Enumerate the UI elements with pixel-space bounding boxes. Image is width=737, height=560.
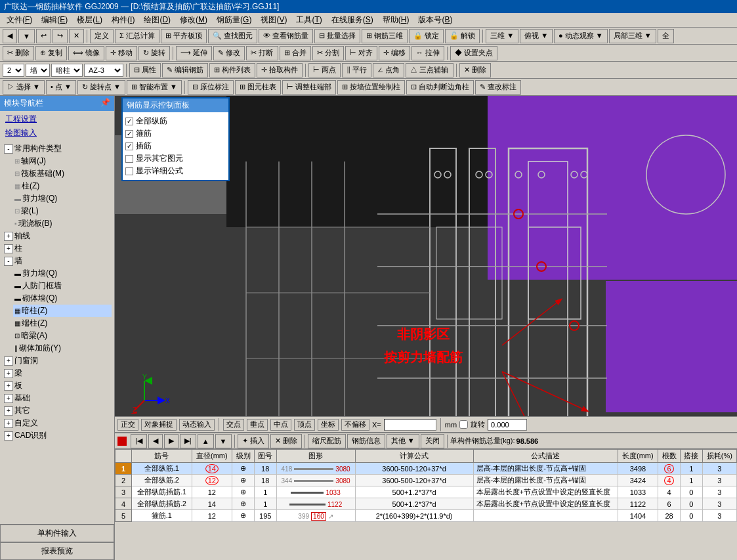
btn-join[interactable]: ⊞ 合并	[280, 46, 311, 60]
btn-orbit[interactable]: ● 动态观察 ▼	[554, 29, 608, 43]
btn-local-3d[interactable]: 局部三维 ▼	[609, 29, 656, 43]
menu-online[interactable]: 在线服务(S)	[327, 13, 377, 27]
menu-tools[interactable]: 工具(T)	[292, 13, 326, 27]
btn-coord[interactable]: 坐标	[318, 419, 339, 431]
expand-col[interactable]: +	[4, 244, 13, 253]
btn-break[interactable]: ✂ 打断	[246, 46, 278, 60]
tree-item-hidden-beam[interactable]: ⊡暗梁(A)	[13, 330, 112, 342]
menu-floor[interactable]: 楼层(L)	[73, 13, 106, 27]
btn-props[interactable]: ⊟ 属性	[129, 63, 161, 77]
menu-draw[interactable]: 绘图(D)	[140, 13, 175, 27]
btn-undo[interactable]: ↩	[36, 29, 51, 43]
menu-version[interactable]: 版本号(B)	[414, 13, 456, 27]
tree-item-column[interactable]: ▦柱(Z)	[13, 180, 112, 192]
btn-topview[interactable]: 俯视 ▼	[520, 29, 553, 43]
btn-edit[interactable]: ✎ 修改	[213, 46, 245, 60]
btn-point-draw[interactable]: • 点 ▼	[46, 80, 76, 95]
tree-item-slab[interactable]: ▪现浇板(B)	[13, 217, 112, 230]
col-name-select[interactable]: AZ-3	[84, 64, 123, 77]
btn-all[interactable]: 全	[658, 29, 674, 43]
tree-item-masonry[interactable]: ▬砌体墙(Q)	[13, 292, 112, 305]
btn-back[interactable]: ◀	[3, 29, 17, 43]
btn-bp-prev[interactable]: ◀	[148, 434, 163, 448]
btn-close[interactable]: ✕	[69, 29, 84, 43]
btn-adj-end[interactable]: ⊢ 调整柱端部	[282, 80, 336, 95]
btn-find[interactable]: 🔍 查找图元	[208, 29, 257, 43]
btn-bp-delete[interactable]: ✕ 删除	[270, 434, 302, 448]
tree-item-foundation[interactable]: +基础	[3, 392, 112, 404]
wall-type-select[interactable]: 墙	[26, 64, 50, 77]
btn-setpoint[interactable]: ◆ 设置夹点	[450, 46, 497, 60]
btn-dynamic[interactable]: 动态输入	[179, 419, 215, 431]
btn-rebar-3d[interactable]: ⊞ 钢筋三维	[362, 29, 408, 43]
sidebar-link-drawing[interactable]: 绘图输入	[3, 126, 112, 140]
btn-report[interactable]: 报表预览	[0, 542, 114, 560]
table-row[interactable]: 5 箍筋.1 12 ⊕ 195 399 160 ↗ 2*(160+399)+2*…	[116, 510, 737, 522]
btn-align-slab[interactable]: ⊞ 平齐板顶	[161, 29, 207, 43]
btn-editpos[interactable]: ✛ 编移	[379, 46, 410, 60]
menu-rebar-qty[interactable]: 钢筋量(G)	[213, 13, 255, 27]
menu-component[interactable]: 构件(I)	[108, 13, 138, 27]
expand-common[interactable]: -	[4, 144, 13, 154]
btn-comp-list[interactable]: ⊞ 构件列表	[209, 63, 255, 77]
rotate-check[interactable]	[459, 420, 468, 429]
tree-item-slab2[interactable]: +板	[3, 379, 112, 392]
btn-scale-rebar[interactable]: 缩尺配筋	[308, 434, 346, 448]
btn-midpoint[interactable]: 中点	[270, 419, 291, 431]
tree-item-wall[interactable]: - 墙	[3, 255, 112, 267]
expand-found[interactable]: +	[4, 394, 13, 403]
tree-item-axis[interactable]: + 轴线	[3, 230, 112, 242]
btn-unlock[interactable]: 🔓 解锁	[445, 29, 480, 43]
btn-orthogonal[interactable]: 正交	[117, 419, 138, 431]
btn-bp-close[interactable]: 关闭	[421, 434, 444, 448]
expand-slab[interactable]: +	[4, 381, 13, 391]
btn-delete[interactable]: ✂ 删除	[3, 46, 34, 60]
btn-bp-next[interactable]: ▶	[164, 434, 179, 448]
btn-two-point[interactable]: ⊢ 两点	[308, 63, 341, 77]
table-row[interactable]: 2 全部纵筋.2 12 ⊕ 18 344 3080 3600-500-120+3…	[116, 475, 737, 486]
menu-help[interactable]: 帮助(H)	[379, 13, 413, 27]
btn-point-angle[interactable]: ∠ 点角	[373, 63, 404, 77]
btn-parallel[interactable]: ∥ 平行	[342, 63, 371, 77]
btn-intersect[interactable]: 交点	[223, 419, 244, 431]
menu-view[interactable]: 视图(V)	[257, 13, 291, 27]
expand-cad[interactable]: +	[4, 431, 13, 441]
tree-item-masonry-rebar[interactable]: ∥砌体加筋(Y)	[13, 342, 112, 355]
tree-item-common[interactable]: - 常用构件类型	[3, 142, 112, 155]
btn-copy[interactable]: ⊕ 复制	[35, 46, 67, 60]
expand-axis[interactable]: +	[4, 232, 13, 241]
btn-other[interactable]: 其他 ▼	[387, 434, 419, 448]
expand-other[interactable]: +	[4, 406, 13, 416]
tree-item-beam2[interactable]: +梁	[3, 367, 112, 379]
btn-pos-grid[interactable]: ⊞ 按墙位置绘制柱	[337, 80, 405, 95]
btn-move[interactable]: ✛ 移动	[106, 46, 137, 60]
table-row[interactable]: 1 全部纵筋.1 14 ⊕ 18 418 3080 3600-500-120+3…	[116, 463, 737, 475]
btn-rotate[interactable]: ↻ 旋转	[138, 46, 170, 60]
btn-3d[interactable]: 三维 ▼	[486, 29, 518, 43]
btn-auto-corner[interactable]: ⊡ 自动判断边角柱	[406, 80, 474, 95]
tree-item-cad[interactable]: +CAD识别	[3, 429, 112, 442]
btn-single-input[interactable]: 单构件输入	[0, 525, 114, 542]
check-2[interactable]	[125, 142, 133, 150]
btn-mirror[interactable]: ⟺ 镜像	[68, 46, 104, 60]
btn-select[interactable]: ▷ 选择 ▼	[3, 80, 45, 95]
btn-bp-last[interactable]: ▶|	[180, 434, 196, 448]
tree-item-custom[interactable]: +自定义	[3, 417, 112, 429]
tree-item-hidden-col[interactable]: ▦暗柱(Z)	[13, 305, 112, 317]
btn-origin-mark[interactable]: ⊟ 原位标注	[188, 80, 234, 95]
tree-item-doorwindow[interactable]: +门窗洞	[3, 355, 112, 367]
tree-item-col[interactable]: + 柱	[3, 242, 112, 255]
check-3[interactable]	[125, 155, 133, 163]
btn-dropdown[interactable]: ▼	[18, 29, 35, 43]
btn-bp-up[interactable]: ▲	[198, 434, 214, 448]
sidebar-link-engineering[interactable]: 工程设置	[3, 112, 112, 126]
sidebar-pin[interactable]: 📌	[100, 98, 110, 109]
btn-three-point[interactable]: △ 三点辅轴	[406, 63, 453, 77]
btn-delete2[interactable]: ✕ 删除	[459, 63, 491, 77]
btn-bp-first[interactable]: |◀	[131, 434, 147, 448]
btn-redo[interactable]: ↪	[53, 29, 68, 43]
tree-item-raft[interactable]: ⊟筏板基础(M)	[13, 167, 112, 180]
btn-check-rebar[interactable]: 👁 查看钢筋量	[259, 29, 313, 43]
btn-vertical[interactable]: 垂点	[247, 419, 268, 431]
tree-item-civil-defense[interactable]: ▬人防门框墙	[13, 280, 112, 292]
